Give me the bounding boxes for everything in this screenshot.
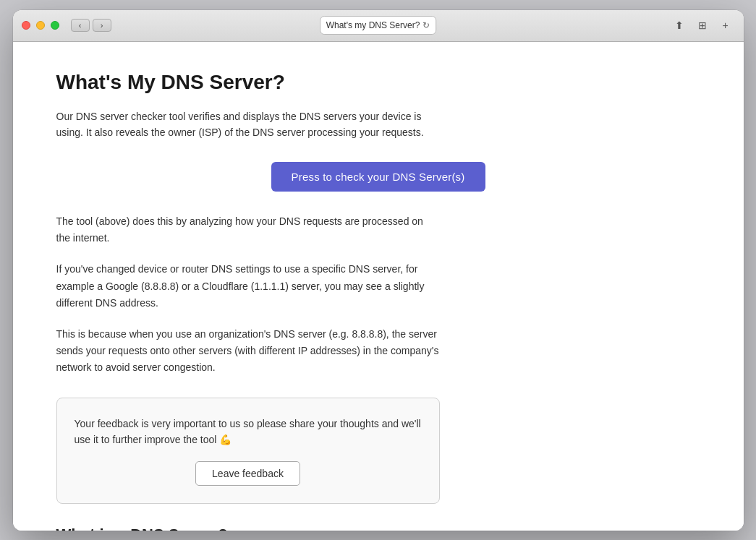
new-tab-button[interactable]: + (716, 17, 735, 33)
maximize-button[interactable] (51, 21, 59, 30)
browser-window: ‹ › What's my DNS Server? ↻ ⬆ ⊞ + What's… (13, 10, 744, 531)
title-bar: ‹ › What's my DNS Server? ↻ ⬆ ⊞ + (13, 10, 744, 42)
share-icon: ⬆ (675, 20, 684, 31)
tab-overview-button[interactable]: ⊞ (693, 17, 712, 33)
traffic-lights (22, 21, 59, 30)
section-title: What is a DNS Server? (56, 526, 700, 531)
check-dns-button[interactable]: Press to check your DNS Server(s) (271, 162, 485, 192)
body-text-2: If you've changed device or router DNS s… (56, 261, 440, 311)
page-description: Our DNS server checker tool verifies and… (56, 108, 433, 141)
back-button[interactable]: ‹ (71, 19, 90, 32)
toolbar-right: ⬆ ⊞ + (670, 17, 735, 33)
reload-icon[interactable]: ↻ (422, 20, 430, 30)
nav-buttons: ‹ › (71, 19, 111, 32)
page-content: What's My DNS Server? Our DNS server che… (13, 42, 744, 531)
feedback-text: Your feedback is very important to us so… (75, 416, 422, 448)
page-title: What's My DNS Server? (56, 71, 700, 94)
plus-icon: + (722, 20, 728, 31)
feedback-box: Your feedback is very important to us so… (56, 398, 440, 504)
share-button[interactable]: ⬆ (670, 17, 689, 33)
forward-button[interactable]: › (93, 19, 111, 32)
tab-icon: ⊞ (698, 20, 707, 31)
address-bar[interactable]: What's my DNS Server? ↻ (320, 16, 437, 35)
body-text-3: This is because when you use an organiza… (56, 326, 440, 376)
close-button[interactable] (22, 21, 30, 30)
minimize-button[interactable] (36, 21, 45, 30)
url-text: What's my DNS Server? (326, 20, 420, 30)
leave-feedback-button[interactable]: Leave feedback (195, 461, 300, 486)
body-text-1: The tool (above) does this by analyzing … (56, 213, 440, 247)
